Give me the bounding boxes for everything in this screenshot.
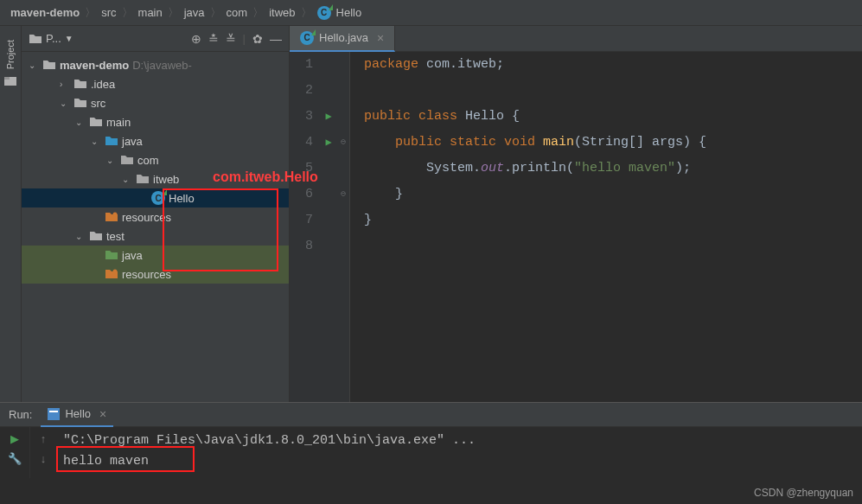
crumb-item[interactable]: itweb: [269, 6, 295, 19]
tree-root[interactable]: ⌄maven-demo D:\javaweb-: [22, 55, 289, 74]
java-class-icon: C: [300, 31, 314, 45]
hide-icon[interactable]: —: [270, 32, 282, 46]
editor: C Hello.java × 12345678 ▶▶ ⊖⊖ package co…: [290, 26, 862, 402]
crumb-file[interactable]: C Hello: [317, 6, 362, 20]
annotation-box: [163, 188, 278, 271]
tree-item-main[interactable]: ⌄main: [22, 112, 289, 131]
project-icon: [29, 33, 42, 45]
run-nav-toolbar: ↑ ↓: [30, 427, 56, 478]
breadcrumb: maven-demo 〉 src 〉 main 〉 java 〉 com 〉 i…: [0, 0, 862, 26]
watermark: CSDN @zhengyquan: [754, 487, 853, 499]
tool-window-rail: Project: [0, 26, 22, 402]
crumb-item[interactable]: src: [101, 6, 116, 19]
svg-rect-4: [48, 408, 60, 420]
wrench-icon[interactable]: 🔧: [8, 452, 22, 465]
run-label: Run:: [9, 408, 32, 421]
project-view-selector[interactable]: P... ▼: [29, 32, 184, 45]
svg-point-3: [113, 270, 118, 274]
run-config-tab[interactable]: Hello ×: [41, 403, 113, 427]
gear-icon[interactable]: ✿: [252, 32, 263, 46]
svg-rect-5: [49, 411, 58, 412]
tab-hello[interactable]: C Hello.java ×: [290, 26, 395, 52]
project-panel: P... ▼ ⊕ ≛ ≚ | ✿ — ⌄maven-demo D:\javawe…: [22, 26, 290, 402]
collapse-all-icon[interactable]: ≚: [226, 32, 236, 46]
close-run-tab-icon[interactable]: ×: [99, 407, 106, 421]
run-panel-header: Run: Hello ×: [0, 403, 862, 427]
crumb-item[interactable]: main: [138, 6, 163, 19]
editor-tabs: C Hello.java ×: [290, 26, 862, 52]
run-panel: Run: Hello × ▶ 🔧 ↑ ↓ "C:\Program Files\J…: [0, 402, 862, 478]
annotation-overlay: com.itweb.Hello: [213, 169, 318, 185]
project-rail-icon[interactable]: [3, 74, 17, 88]
locate-icon[interactable]: ⊕: [191, 32, 201, 46]
down-arrow-icon[interactable]: ↓: [41, 452, 47, 465]
tree-item-java[interactable]: ⌄java: [22, 131, 289, 150]
tab-label: Hello.java: [319, 31, 368, 44]
application-icon: [48, 408, 60, 420]
tree-item-.idea[interactable]: ›.idea: [22, 74, 289, 93]
svg-rect-1: [4, 77, 10, 80]
run-output[interactable]: "C:\Program Files\Java\jdk1.8.0_201\bin\…: [56, 427, 862, 478]
java-class-icon: C: [317, 6, 331, 20]
crumb-item[interactable]: java: [184, 6, 205, 19]
crumb-item[interactable]: com: [227, 6, 248, 19]
project-rail-label[interactable]: Project: [5, 40, 16, 69]
rerun-icon[interactable]: ▶: [10, 432, 19, 445]
up-arrow-icon[interactable]: ↑: [41, 432, 47, 445]
close-tab-icon[interactable]: ×: [377, 31, 384, 45]
expand-all-icon[interactable]: ≛: [208, 32, 219, 46]
crumb-root[interactable]: maven-demo: [10, 6, 80, 19]
tree-item-com[interactable]: ⌄com: [22, 150, 289, 169]
run-toolbar: ▶ 🔧: [0, 427, 30, 478]
code-area[interactable]: 12345678 ▶▶ ⊖⊖ package com.itweb;public …: [290, 52, 862, 402]
annotation-box: [56, 446, 195, 472]
tree-item-src[interactable]: ⌄src: [22, 93, 289, 112]
svg-point-2: [113, 213, 118, 217]
project-panel-header: P... ▼ ⊕ ≛ ≚ | ✿ —: [22, 26, 289, 52]
